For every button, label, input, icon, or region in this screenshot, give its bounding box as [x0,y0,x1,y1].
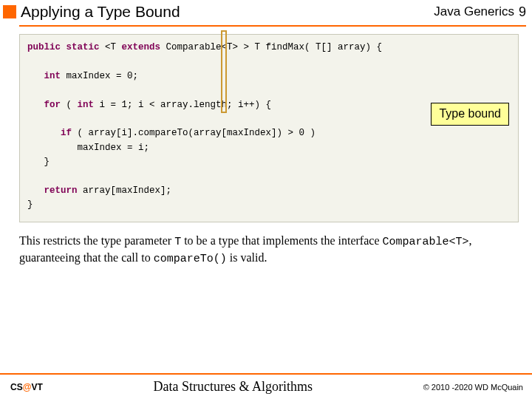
code-block: Type bound public static <T extends Comp… [19,34,519,222]
code-text: i = 1; i < array.length; i++) { [100,100,272,110]
inline-code: Comparable<T> [383,236,469,248]
footer-at: @ [23,382,32,392]
slide-header: Applying a Type Bound Java Generics 9 [0,0,532,24]
code-text: maxIndex = i; [78,143,150,153]
footer-left: CS@VT [10,382,43,392]
brand-square [3,5,16,18]
code-line: public static <T extends Comparable<T> >… [27,41,511,55]
code-text: ( array[i].compareTo(array[maxIndex]) > … [78,128,316,138]
code-line: if ( array[i].compareTo(array[maxIndex])… [27,126,511,140]
code-line: } [27,155,511,169]
body-paragraph: This restricts the type parameter T to b… [19,233,519,267]
code-text: array[maxIndex]; [83,185,171,196]
footer-center: Data Structures & Algorithms [153,379,312,395]
kw-return: return [44,185,83,196]
code-text: } [27,200,33,210]
body-text: is valid. [227,251,267,264]
callout-label: Type bound [431,103,509,126]
page-number: 9 [519,4,526,20]
header-divider [19,25,526,27]
code-line: int maxIndex = 0; [27,69,511,83]
kw-for: for [44,100,66,110]
code-blank [27,169,511,183]
slide-footer: CS@VT Data Structures & Algorithms © 201… [0,373,532,399]
inline-code: compareTo() [154,253,227,265]
code-blank [27,83,511,98]
code-text: maxIndex = 0; [66,71,139,81]
kw-static: static [66,42,106,52]
code-text: <T [105,42,122,52]
code-text: ( [66,100,78,110]
code-line: } [27,198,511,212]
kw-int: int [44,71,66,81]
footer-copyright: © 2010 -2020 WD McQuain [423,383,523,392]
kw-int: int [78,100,100,110]
kw-public: public [27,42,66,52]
body-text: This restricts the type parameter [19,234,174,247]
code-line: return array[maxIndex]; [27,184,511,198]
topic-label: Java Generics [434,4,514,19]
kw-if: if [61,128,78,138]
body-text: to be a type that implements the interfa… [181,234,382,247]
code-line: maxIndex = i; [27,141,511,155]
code-text: } [44,157,50,167]
inline-code: T [174,236,181,248]
footer-vt: VT [31,382,42,392]
slide-title: Applying a Type Bound [21,3,434,21]
kw-extends: extends [122,42,166,52]
footer-cs: CS [10,382,23,392]
code-blank [27,55,511,69]
code-text: Comparable<T> > T findMax( T[] array) { [166,42,383,52]
